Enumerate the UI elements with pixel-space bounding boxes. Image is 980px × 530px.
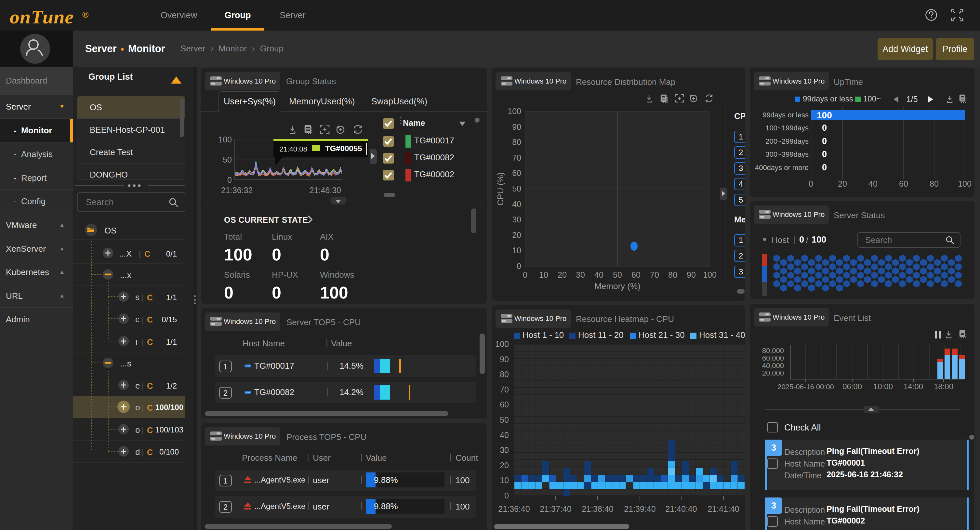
svg-text:70: 70 [650,270,659,279]
svg-text:50: 50 [512,184,521,193]
svg-text:Memory (%): Memory (%) [594,281,641,291]
svg-text:40: 40 [500,430,509,439]
svg-text:90: 90 [512,122,521,131]
svg-text:1/2: 1/2 [166,381,177,390]
svg-text:1/5: 1/5 [907,95,918,104]
svg-text:60,000: 60,000 [762,354,784,362]
svg-text:10: 10 [500,476,509,485]
svg-text:Host 21 - 30: Host 21 - 30 [639,330,685,340]
svg-text:0: 0 [523,270,527,279]
svg-text:0/1: 0/1 [166,249,177,258]
svg-text:|: | [141,315,143,324]
svg-text:C: C [147,426,153,435]
svg-text:70: 70 [500,385,509,394]
svg-text:o: o [135,425,140,435]
svg-text:70: 70 [512,153,521,162]
svg-text:C: C [147,448,153,457]
svg-text:18:00: 18:00 [934,382,953,391]
svg-text:90: 90 [500,355,509,364]
svg-text:1/1: 1/1 [166,293,177,302]
svg-text:0: 0 [517,261,521,271]
svg-text:21:37:40: 21:37:40 [540,504,571,513]
svg-text:OS: OS [104,226,117,236]
svg-text:20: 20 [838,179,847,188]
svg-text:21:36:40: 21:36:40 [498,504,530,513]
svg-text:0: 0 [822,149,827,159]
svg-text:90: 90 [687,270,696,279]
svg-text:21:39:40: 21:39:40 [624,504,655,513]
svg-text:C: C [144,249,150,258]
svg-text:30: 30 [576,270,585,279]
svg-text:21:41:40: 21:41:40 [708,504,739,513]
svg-text:99days or less: 99days or less [803,94,853,103]
svg-text:0: 0 [809,179,813,188]
svg-text:c: c [135,314,140,324]
svg-text:...X: ...X [119,249,132,258]
svg-text:10: 10 [512,246,521,255]
svg-text:60: 60 [500,400,509,409]
svg-text:CPU (%): CPU (%) [496,172,505,206]
svg-text:50: 50 [613,270,622,279]
svg-text:60: 60 [899,179,908,188]
svg-text:100: 100 [817,110,832,120]
svg-text:20: 20 [500,461,509,470]
svg-text:100~: 100~ [863,94,881,103]
svg-text:60: 60 [512,169,521,178]
svg-text:99days or less: 99days or less [762,111,809,119]
svg-text:0: 0 [227,175,232,185]
svg-text:200~299days: 200~299days [765,137,809,145]
svg-text:0/15: 0/15 [162,315,177,324]
svg-text:C: C [147,403,153,412]
svg-text:20: 20 [512,231,521,240]
svg-text:20: 20 [558,270,567,279]
svg-text:40,000: 40,000 [762,361,784,370]
svg-text:s: s [135,292,140,302]
svg-text:60: 60 [632,270,641,279]
svg-text:...s: ...s [120,359,131,368]
svg-text:100: 100 [495,339,509,349]
svg-text:400days or more: 400days or more [755,164,809,172]
svg-text:21:38:40: 21:38:40 [582,504,613,513]
svg-text:40: 40 [869,179,878,188]
svg-text:Host 11 - 20: Host 11 - 20 [578,330,624,340]
svg-text:100: 100 [703,270,717,279]
svg-text:C: C [147,293,153,302]
svg-text:100~199days: 100~199days [765,124,809,132]
svg-text:|: | [139,249,141,258]
svg-text:10:00: 10:00 [873,382,893,391]
svg-text:20,000: 20,000 [762,369,784,377]
svg-text:100/100: 100/100 [155,403,183,412]
svg-text:40: 40 [512,200,521,209]
svg-text:80: 80 [500,370,509,379]
svg-text:80,000: 80,000 [762,347,784,355]
svg-text:|: | [141,426,143,435]
svg-text:C: C [147,315,153,324]
svg-text:C: C [147,337,153,347]
svg-text:0/100: 0/100 [159,447,179,456]
svg-text:14:00: 14:00 [904,382,923,391]
svg-text:0: 0 [504,491,509,500]
svg-text:300~399days: 300~399days [765,150,809,158]
svg-text:80: 80 [512,137,521,146]
svg-text:1/1: 1/1 [166,337,177,346]
svg-text:Host 1 - 10: Host 1 - 10 [522,330,564,340]
svg-text:40: 40 [594,270,603,279]
svg-text:Host 31 - 40: Host 31 - 40 [699,330,745,340]
svg-text:30: 30 [512,215,521,224]
svg-text:|: | [141,403,143,412]
svg-text:C: C [147,381,153,390]
svg-text:10: 10 [539,270,548,279]
svg-text:ı: ı [135,337,138,347]
svg-text:21:36:32: 21:36:32 [221,186,253,195]
svg-text:06:00: 06:00 [842,382,862,391]
svg-text:|: | [141,381,143,390]
svg-text:o: o [135,403,140,412]
svg-text:80: 80 [930,179,939,188]
svg-text:100: 100 [958,179,972,188]
svg-text:50: 50 [223,155,232,164]
svg-text:100: 100 [218,135,232,144]
svg-text:d: d [135,447,140,457]
svg-text:30: 30 [500,446,509,455]
svg-text:e: e [135,381,140,390]
svg-text:0: 0 [822,123,827,133]
